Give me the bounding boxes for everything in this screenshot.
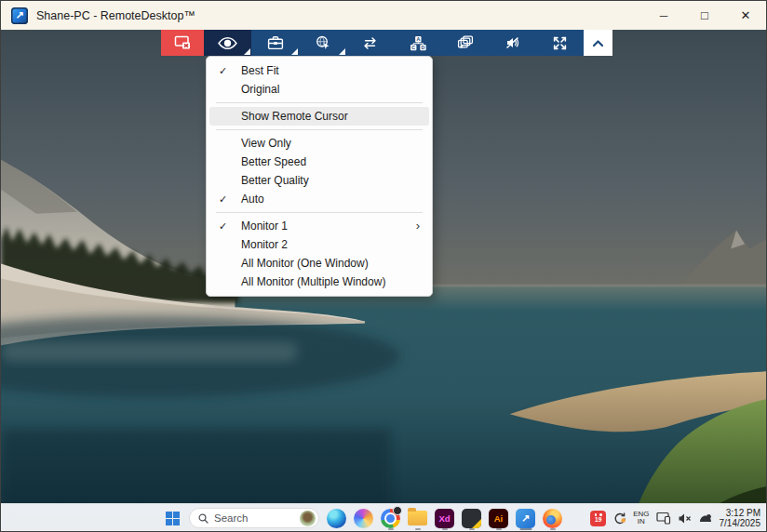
menu-item-all-monitor-one-window[interactable]: ✓ All Monitor (One Window) <box>209 254 429 273</box>
expand-arrows-icon <box>552 35 568 51</box>
eye-icon <box>218 36 237 50</box>
taskbar-app-adobe-illustrator[interactable]: Ai <box>487 505 510 531</box>
taskbar-app-firefox[interactable] <box>541 505 564 531</box>
stacked-windows-icon <box>457 35 474 50</box>
menu-item-better-speed[interactable]: ✓ Better Speed <box>209 153 429 171</box>
multi-session-button[interactable] <box>441 30 489 56</box>
block-letter-a: A <box>416 36 420 42</box>
remote-control-button[interactable] <box>299 30 346 56</box>
taskbar-app-edge[interactable] <box>325 505 348 531</box>
globe-cursor-icon <box>315 35 330 50</box>
menu-item-monitor-1[interactable]: ✓ Monitor 1 › <box>209 217 429 235</box>
toolbox-button[interactable] <box>251 30 299 56</box>
speaker-muted-icon <box>505 35 520 50</box>
block-letter-d: D <box>421 44 424 49</box>
menu-item-label: All Monitor (Multiple Window) <box>241 275 385 288</box>
tray-dark-app[interactable] <box>698 512 713 524</box>
view-settings-button[interactable] <box>204 30 251 56</box>
windows-logo-icon <box>166 512 180 525</box>
menu-item-view-only[interactable]: ✓ View Only <box>209 134 429 153</box>
running-indicator <box>550 528 556 530</box>
edge-icon <box>327 509 346 528</box>
disconnect-icon <box>174 35 192 50</box>
taskbar-app-chrome[interactable] <box>379 505 402 531</box>
transfer-arrows-icon <box>362 36 378 50</box>
menu-item-label: All Monitor (One Window) <box>241 257 369 270</box>
clock[interactable]: 3:12 PM 7/14/2025 <box>720 508 761 528</box>
tray-volume-muted[interactable] <box>678 512 692 525</box>
menu-item-label: Better Quality <box>241 174 309 187</box>
minimize-button[interactable]: ─ <box>643 1 684 30</box>
remote-arrow-icon: ↗ <box>15 9 23 21</box>
running-indicator <box>496 528 502 530</box>
menu-item-better-quality[interactable]: ✓ Better Quality <box>209 171 429 190</box>
fullscreen-button[interactable] <box>536 30 584 56</box>
running-indicator <box>415 528 421 530</box>
taskbar-center-group: Search Xd Ai ↗ <box>160 504 568 531</box>
toolbox-icon <box>267 35 284 50</box>
file-transfer-button[interactable] <box>346 30 394 56</box>
tray-badge-app[interactable]: 19 <box>590 511 606 526</box>
menu-item-label: Monitor 2 <box>241 238 288 251</box>
menu-item-monitor-2[interactable]: ✓ Monitor 2 <box>209 235 429 254</box>
taskbar-app-file-explorer[interactable] <box>406 505 429 531</box>
running-indicator <box>469 528 475 530</box>
window-controls: ─ □ ✕ <box>643 1 766 30</box>
speaker-muted-tray-icon <box>678 512 692 525</box>
running-indicator-active <box>519 528 532 530</box>
menu-item-label: View Only <box>241 137 291 150</box>
remote-desktop-viewport[interactable]: A C D <box>1 30 766 531</box>
menu-item-label: Show Remote Cursor <box>241 110 348 123</box>
tray-cast[interactable] <box>656 512 671 525</box>
menu-item-label: Monitor 1 <box>241 219 288 233</box>
taskbar-app-remote-desktop[interactable]: ↗ <box>514 505 537 531</box>
language-indicator[interactable]: ENG IN <box>633 511 649 526</box>
check-icon: ✓ <box>219 190 227 208</box>
dark-tray-icon <box>698 512 713 524</box>
running-indicator <box>442 528 448 530</box>
send-keys-button[interactable]: A C D <box>394 30 441 56</box>
dropdown-corner-indicator <box>339 48 345 55</box>
menu-item-auto[interactable]: ✓ Auto <box>209 190 429 208</box>
menu-item-label: Auto <box>241 193 264 206</box>
collapse-toolbar-button[interactable] <box>584 30 612 56</box>
search-daily-image <box>300 511 316 526</box>
folder-icon <box>408 511 427 525</box>
running-indicator <box>388 528 394 530</box>
taskbar-apps: Xd Ai ↗ <box>325 505 568 531</box>
badge-count: 19 <box>595 517 601 523</box>
menu-item-best-fit[interactable]: ✓ Best Fit <box>209 61 429 80</box>
disconnect-button[interactable] <box>161 30 204 56</box>
key-blocks-icon: A C D <box>410 35 426 51</box>
taskbar-app-adobe-xd[interactable]: Xd <box>433 505 456 531</box>
menu-item-original[interactable]: ✓ Original <box>209 80 429 99</box>
dropdown-corner-indicator <box>291 48 298 55</box>
session-toolbar: A C D <box>161 30 612 56</box>
menu-separator <box>216 102 423 103</box>
close-button[interactable]: ✕ <box>725 1 766 30</box>
taskbar-app-copilot[interactable] <box>352 505 375 531</box>
menu-item-show-remote-cursor[interactable]: ✓ Show Remote Cursor <box>209 107 429 126</box>
adobe-illustrator-icon: Ai <box>489 509 508 528</box>
dark-app-icon <box>462 509 481 528</box>
language-line2: IN <box>633 518 649 526</box>
chrome-profile-badge <box>393 506 402 515</box>
menu-item-label: Better Speed <box>241 155 306 168</box>
taskbar-app-dark[interactable] <box>460 505 483 531</box>
app-icon: ↗ <box>11 7 28 24</box>
menu-separator <box>216 129 423 130</box>
start-button[interactable] <box>160 506 184 530</box>
tray-sync[interactable] <box>612 512 626 525</box>
search-label: Search <box>214 512 300 524</box>
menu-item-all-monitor-multiple-window[interactable]: ✓ All Monitor (Multiple Window) <box>209 273 429 291</box>
check-icon: ✓ <box>219 217 227 235</box>
sync-icon <box>612 512 626 525</box>
copilot-icon <box>354 509 373 528</box>
sound-muted-button[interactable] <box>489 30 536 56</box>
monitor-phone-icon <box>656 512 671 525</box>
menu-item-label: Original <box>241 83 279 96</box>
search-box[interactable]: Search <box>189 508 319 528</box>
firefox-icon <box>543 509 562 528</box>
tray-date: 7/14/2025 <box>720 518 761 528</box>
maximize-button[interactable]: □ <box>684 1 725 30</box>
